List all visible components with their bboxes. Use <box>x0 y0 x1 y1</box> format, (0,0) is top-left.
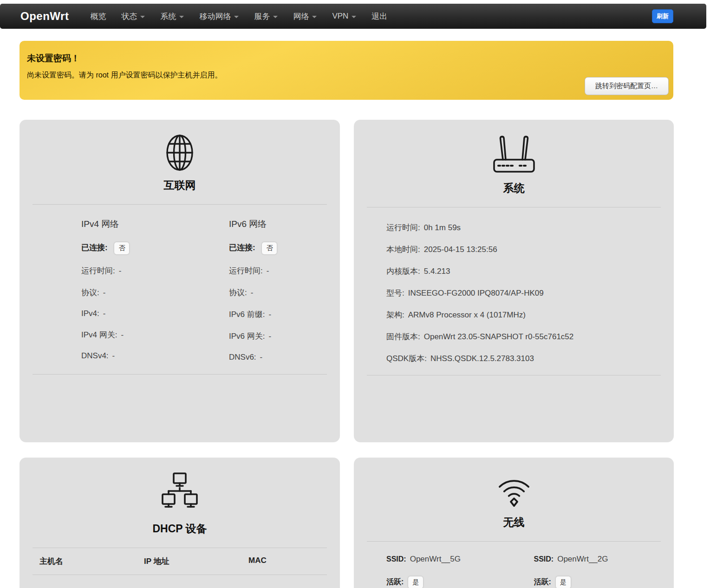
divider <box>367 207 661 207</box>
status-badge: 否 <box>114 242 129 254</box>
ipv4-address-row: IPv4:- <box>81 309 180 318</box>
dhcp-devices-card: DHCP 设备 主机名 IP 地址 MAC <box>20 458 340 588</box>
ipv4-column: IPv4 网络 已连接: 否 运行时间:- 协议:- IPv4:- IPv4 网… <box>20 218 180 373</box>
ipv6-header: IPv6 网络 <box>229 218 340 230</box>
ipv6-dns-row: DNSv6:- <box>229 353 340 362</box>
go-to-password-config-button[interactable]: 跳转到密码配置页… <box>585 77 669 95</box>
ipv6-column: IPv6 网络 已连接: 否 运行时间:- 协议:- IPv6 前缀:- IPv… <box>180 218 340 373</box>
system-card-title: 系统 <box>354 181 674 195</box>
router-icon <box>492 134 536 174</box>
wifi-icon <box>493 472 535 509</box>
divider <box>367 375 661 375</box>
system-kernel-row: 内核版本:5.4.213 <box>386 266 655 277</box>
globe-icon <box>166 134 194 172</box>
banner-message: 尚未设置密码。请为 root 用户设置密码以保护主机并启用。 <box>27 71 666 80</box>
internet-card: 互联网 IPv4 网络 已连接: 否 运行时间:- 协议:- IPv4:- IP… <box>20 120 340 442</box>
chevron-down-icon <box>273 16 278 18</box>
divider <box>33 204 327 205</box>
divider <box>33 575 327 575</box>
ipv4-uptime-row: 运行时间:- <box>81 265 180 276</box>
ipv4-protocol-row: 协议:- <box>81 287 180 298</box>
system-qsdk-row: QSDK版本:NHSS.QSDK.12.5.2783.3103 <box>386 353 655 364</box>
nav-item-vpn[interactable]: VPN <box>332 12 356 21</box>
system-arch-row: 架构:ARMv8 Processor x 4 (1017MHz) <box>386 310 655 320</box>
ipv6-prefix-row: IPv6 前缀:- <box>229 309 340 320</box>
dhcp-header-hostname: 主机名 <box>39 556 144 567</box>
active-row: 活跃:是 <box>386 576 514 588</box>
ipv4-header: IPv4 网络 <box>81 218 180 230</box>
wireless-card: 无线 SSID:OpenWrt__5G 活跃:是 信道:40 (5.200 GH… <box>354 458 674 588</box>
nav-item-logout[interactable]: 退出 <box>371 11 387 22</box>
ipv6-gateway-row: IPv6 网关:- <box>229 331 340 342</box>
ipv4-connected-row: 已连接: 否 <box>81 242 180 254</box>
ipv4-gateway-row: IPv4 网关:- <box>81 330 180 340</box>
ipv6-connected-row: 已连接: 否 <box>229 242 340 254</box>
banner-title: 未设置密码！ <box>27 52 666 65</box>
system-model-row: 型号:INSEEGO-FG2000 IPQ8074/AP-HK09 <box>386 288 655 298</box>
nav-item-services[interactable]: 服务 <box>254 11 278 22</box>
lan-devices-icon <box>158 472 201 515</box>
nav-item-system[interactable]: 系统 <box>160 11 184 22</box>
wireless-card-title: 无线 <box>354 515 674 530</box>
dhcp-card-title: DHCP 设备 <box>20 522 340 536</box>
nav-item-mobile-network[interactable]: 移动网络 <box>199 11 239 22</box>
active-row: 活跃:是 <box>534 576 674 588</box>
nav-menu: 概览 状态 系统 移动网络 服务 网络 VPN 退出 <box>90 11 387 22</box>
ssid-row: SSID:OpenWrt__5G <box>386 555 514 564</box>
status-badge: 是 <box>556 576 571 588</box>
system-uptime-row: 运行时间:0h 1m 59s <box>386 222 655 233</box>
top-navbar: OpenWrt 概览 状态 系统 移动网络 服务 网络 VPN 退出 刷新 <box>0 4 706 29</box>
password-warning-banner: 未设置密码！ 尚未设置密码。请为 root 用户设置密码以保护主机并启用。 跳转… <box>20 41 673 100</box>
dhcp-header-mac: MAC <box>248 556 327 567</box>
refresh-button[interactable]: 刷新 <box>652 9 673 23</box>
status-badge: 否 <box>262 242 277 254</box>
chevron-down-icon <box>179 16 184 18</box>
overview-cards: 互联网 IPv4 网络 已连接: 否 运行时间:- 协议:- IPv4:- IP… <box>20 120 674 588</box>
divider <box>33 374 327 375</box>
radio-2g-column: SSID:OpenWrt__2G 活跃:是 信道:1 (2.412 GHz) <box>514 555 674 588</box>
nav-item-overview[interactable]: 概览 <box>90 11 106 22</box>
system-firmware-row: 固件版本:OpenWrt 23.05-SNAPSHOT r0-55c761c52 <box>386 331 655 342</box>
internet-card-title: 互联网 <box>20 178 340 193</box>
nav-item-network[interactable]: 网络 <box>293 11 317 22</box>
ssid-row: SSID:OpenWrt__2G <box>534 555 674 564</box>
system-card: 系统 运行时间:0h 1m 59s 本地时间:2025-04-15 13:25:… <box>354 120 674 442</box>
ipv6-protocol-row: 协议:- <box>229 287 340 298</box>
brand-logo[interactable]: OpenWrt <box>20 10 69 23</box>
nav-item-status[interactable]: 状态 <box>121 11 145 22</box>
dhcp-header-ip: IP 地址 <box>144 556 248 567</box>
chevron-down-icon <box>234 16 239 18</box>
divider <box>367 541 661 542</box>
status-badge: 是 <box>408 576 423 588</box>
dhcp-table-header: 主机名 IP 地址 MAC <box>20 548 340 575</box>
ipv4-dns-row: DNSv4:- <box>81 351 180 361</box>
system-localtime-row: 本地时间:2025-04-15 13:25:56 <box>386 244 655 255</box>
radio-5g-column: SSID:OpenWrt__5G 活跃:是 信道:40 (5.200 GHz) <box>354 555 514 588</box>
chevron-down-icon <box>312 16 317 18</box>
ipv6-uptime-row: 运行时间:- <box>229 265 340 276</box>
chevron-down-icon <box>140 16 145 18</box>
chevron-down-icon <box>352 16 356 18</box>
